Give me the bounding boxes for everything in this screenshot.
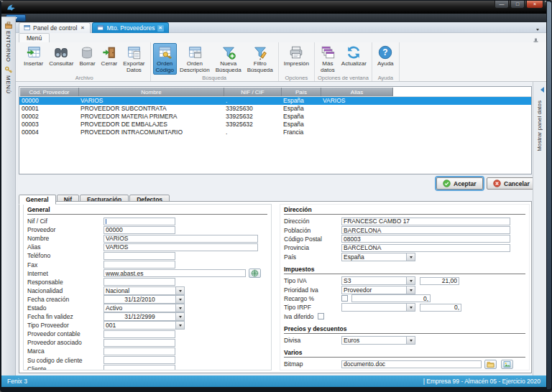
column-header-pais[interactable]: País [282,88,321,96]
field-row-prioridad-iva: Prioridad IvaProveedor [284,285,525,294]
column-header-cod-proveedor[interactable]: Cód. Proveedor [20,88,79,96]
table-row[interactable]: 00001PROVEEDOR SUBCONTRATA33925630España [19,105,531,113]
ribbon-button-nueva-busqueda[interactable]: Nueva Búsqueda [213,43,244,75]
cell: 00004 [19,129,78,136]
field-tipo-proveedor-dropdown[interactable]: 001 [104,321,185,330]
field-divisa-dropdown[interactable]: Euros [341,336,415,345]
field-provincia-input[interactable] [341,244,510,252]
field-tipo-irpf-value-input[interactable] [420,304,461,312]
field-row-tipo-iva: Tipo IVAS3 [284,276,525,285]
ribbon-button-cerrar[interactable]: Cerrar [98,43,121,75]
field-codigo-postal-input[interactable] [341,235,510,243]
ribbon-button-borrar[interactable]: Borrar [76,43,98,75]
ribbon-button-actualizar[interactable]: Actualizar [339,43,369,75]
chevron-down-icon[interactable] [406,277,415,284]
chevron-glyph [410,289,413,293]
field-marca-input[interactable] [104,347,175,355]
field-prioridad-iva-dropdown[interactable]: Proveedor [341,286,415,294]
field-tipo-iva-dropdown[interactable]: S3 [341,276,415,285]
field-proveedor-asociado-input[interactable] [104,339,175,347]
dropdown-value: 31/12/2010 [104,296,175,303]
status-bar: Fenix 3 | Empresa 99 - Almacén 05 - Ejer… [1,375,546,387]
field-recargo-checkbox[interactable] [341,295,348,302]
ribbon-button-filtro-busqueda[interactable]: Filtro Búsqueda [244,43,276,75]
chevron-down-icon[interactable] [406,337,415,344]
ribbon-button-orden-descripcion[interactable]: Orden Descripción [177,43,213,75]
chevron-down-icon[interactable] [175,287,184,294]
ribbon-button-exportar-datos[interactable]: Exportar Datos [120,43,147,75]
sidebar-item-menu[interactable]: MENÚ [1,62,15,94]
accept-button[interactable]: Aceptar [436,177,483,190]
field-estado-dropdown[interactable]: Activo [104,304,185,312]
chevron-down-icon[interactable] [175,296,184,303]
field-tipo-irpf-dropdown[interactable] [341,303,415,312]
sidebar-item-entorno[interactable]: ENTORNO [1,17,15,62]
chevron-down-icon[interactable] [406,253,415,261]
ribbon-button-ayuda[interactable]: ?Ayuda [374,43,397,75]
tab-panel-de-control[interactable]: Panel de control× [19,22,91,33]
maximize-button[interactable]: □ [510,1,525,9]
field-recargo-input[interactable] [351,294,431,302]
field-internet-input[interactable] [104,269,246,277]
close-icon[interactable]: × [157,25,164,32]
field-fecha-creacion-dropdown[interactable]: 31/12/2010 [104,295,185,304]
dropdown-value: 31/12/2999 [104,313,175,320]
field-label: Responsable [27,279,104,286]
field-proveedor-input[interactable] [104,226,175,234]
column-header-nombre[interactable]: Nombre [79,88,224,96]
field-fecha-fin-validez-dropdown[interactable]: 31/12/2999 [104,312,185,321]
tab-menu[interactable]: Menú [19,33,50,42]
table-row[interactable]: 00004PROVEEDOR INTRACOMUNITARIO.Francia [19,129,531,136]
table-row[interactable]: 00000VARIOS.EspañaVARIOS [19,97,531,105]
title-bar[interactable]: — □ × [1,1,546,14]
cancel-button[interactable]: Cancelar [487,177,536,190]
close-icon[interactable]: × [79,25,86,32]
field-nacionalidad-dropdown[interactable]: Nacional [104,286,185,295]
column-header-alias[interactable]: Alias [321,88,393,96]
ribbon-button-impresion[interactable]: Impresión [281,43,312,75]
field-cliente-input[interactable] [104,365,175,370]
field-alias-input[interactable] [104,243,258,251]
chevron-down-icon[interactable] [175,304,184,312]
field-fax-input[interactable] [104,261,175,269]
chevron-down-icon[interactable] [406,286,415,294]
tab-general[interactable]: General [19,195,56,205]
ribbon-button-label: Ayuda [377,61,394,73]
ribbon-button-consultar[interactable]: Consultar [46,43,76,75]
field-nif-cif-input[interactable] [104,218,175,225]
column-header-nif-cif[interactable]: NIF / CIF [224,88,282,96]
field-bitmap-input[interactable] [341,360,482,368]
chevron-down-icon[interactable] [175,322,184,329]
chevron-down-icon[interactable] [406,304,415,311]
ribbon-button-mas-datos[interactable]: Más datos [317,43,339,75]
field-su-codigo-de-cliente-input[interactable] [104,356,175,364]
field-nombre-input[interactable] [104,235,258,243]
table-row[interactable]: 00003PROVEEDOR DE EMBALAJES33925632Españ… [19,121,531,129]
input-wrap [104,226,175,234]
field-tipo-iva-value-input[interactable] [420,277,459,285]
field-row-fecha-creacion: Fecha creación31/12/2010 [27,295,267,304]
field-pais-dropdown[interactable]: España [341,253,415,261]
field-telefono-input[interactable] [104,252,175,260]
data-panel-toggle-strip[interactable]: Mostrar panel datos [533,82,546,375]
close-button[interactable]: × [526,1,543,9]
cell: 33925632 [224,113,281,121]
tab-overflow-chevron-icon[interactable] [536,29,539,32]
field-internet-globe-button[interactable] [249,269,261,278]
field-responsable-input[interactable] [104,278,175,286]
cell: . [224,129,281,136]
field-poblacion-input[interactable] [341,226,510,234]
chevron-down-icon[interactable] [175,313,184,320]
field-direccion-input[interactable] [341,218,510,225]
field-proveedor-contable-input[interactable] [104,330,175,338]
tab-mto-proveedores[interactable]: Mto. Proveedores× [92,22,168,33]
ribbon-button-orden-codigo[interactable]: Orden Código [153,43,177,75]
field-iva-diferido-checkbox[interactable] [318,313,324,319]
input-wrap [104,347,175,355]
cell: 00003 [19,121,78,129]
table-row[interactable]: 00002PROVEEDOR MATERIA PRIMERA33925632Es… [19,113,531,121]
field-bitmap-folder-button[interactable] [484,360,497,369]
ribbon-button-insertar[interactable]: Insertar [21,43,46,75]
minimize-button[interactable]: — [494,1,509,9]
field-bitmap-image-button[interactable] [501,360,513,369]
